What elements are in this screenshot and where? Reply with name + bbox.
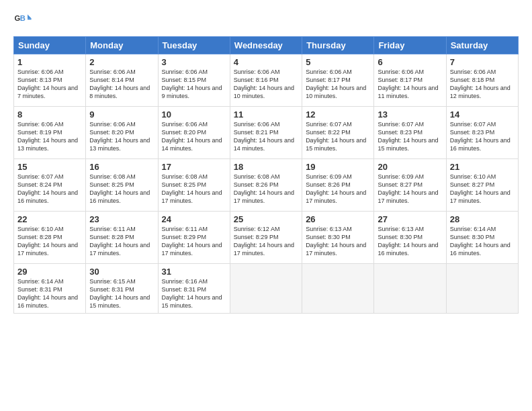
svg-text:G: G bbox=[14, 14, 20, 22]
table-row: 29 Sunrise: 6:14 AMSunset: 8:31 PMDaylig… bbox=[14, 264, 86, 314]
table-row: 26 Sunrise: 6:13 AMSunset: 8:30 PMDaylig… bbox=[302, 212, 374, 264]
week-row-2: 8 Sunrise: 6:06 AMSunset: 8:19 PMDayligh… bbox=[14, 107, 519, 159]
page: G B Sunday Monday Tuesday Wednesday Thur… bbox=[0, 0, 532, 411]
table-row: 2 Sunrise: 6:06 AMSunset: 8:14 PMDayligh… bbox=[86, 54, 158, 107]
table-row: 28 Sunrise: 6:14 AMSunset: 8:30 PMDaylig… bbox=[446, 212, 518, 264]
table-row: 1 Sunrise: 6:06 AMSunset: 8:13 PMDayligh… bbox=[14, 54, 86, 107]
table-row: 23 Sunrise: 6:11 AMSunset: 8:28 PMDaylig… bbox=[86, 212, 158, 264]
table-row: 30 Sunrise: 6:15 AMSunset: 8:31 PMDaylig… bbox=[86, 264, 158, 314]
week-row-1: 1 Sunrise: 6:06 AMSunset: 8:13 PMDayligh… bbox=[14, 54, 519, 107]
table-row: 11 Sunrise: 6:06 AMSunset: 8:21 PMDaylig… bbox=[230, 107, 302, 159]
table-row: 14 Sunrise: 6:07 AMSunset: 8:23 PMDaylig… bbox=[446, 107, 518, 159]
empty-cell bbox=[302, 264, 374, 314]
header-tuesday: Tuesday bbox=[158, 37, 230, 54]
empty-cell bbox=[374, 264, 446, 314]
table-row: 17 Sunrise: 6:08 AMSunset: 8:25 PMDaylig… bbox=[158, 159, 230, 212]
table-row: 20 Sunrise: 6:09 AMSunset: 8:27 PMDaylig… bbox=[374, 159, 446, 212]
week-row-4: 22 Sunrise: 6:10 AMSunset: 8:28 PMDaylig… bbox=[14, 212, 519, 264]
week-row-3: 15 Sunrise: 6:07 AMSunset: 8:24 PMDaylig… bbox=[14, 159, 519, 212]
table-row: 4 Sunrise: 6:06 AMSunset: 8:16 PMDayligh… bbox=[230, 54, 302, 107]
logo: G B bbox=[13, 11, 35, 30]
table-row: 7 Sunrise: 6:06 AMSunset: 8:18 PMDayligh… bbox=[446, 54, 518, 107]
header-monday: Monday bbox=[86, 37, 158, 54]
weekday-header-row: Sunday Monday Tuesday Wednesday Thursday… bbox=[14, 37, 519, 54]
table-row: 31 Sunrise: 6:16 AMSunset: 8:31 PMDaylig… bbox=[158, 264, 230, 314]
table-row: 16 Sunrise: 6:08 AMSunset: 8:25 PMDaylig… bbox=[86, 159, 158, 212]
table-row: 8 Sunrise: 6:06 AMSunset: 8:19 PMDayligh… bbox=[14, 107, 86, 159]
table-row: 5 Sunrise: 6:06 AMSunset: 8:17 PMDayligh… bbox=[302, 54, 374, 107]
header-friday: Friday bbox=[374, 37, 446, 54]
table-row: 10 Sunrise: 6:06 AMSunset: 8:20 PMDaylig… bbox=[158, 107, 230, 159]
header: G B bbox=[13, 11, 519, 30]
table-row: 27 Sunrise: 6:13 AMSunset: 8:30 PMDaylig… bbox=[374, 212, 446, 264]
table-row: 18 Sunrise: 6:08 AMSunset: 8:26 PMDaylig… bbox=[230, 159, 302, 212]
header-wednesday: Wednesday bbox=[230, 37, 302, 54]
table-row: 21 Sunrise: 6:10 AMSunset: 8:27 PMDaylig… bbox=[446, 159, 518, 212]
header-thursday: Thursday bbox=[302, 37, 374, 54]
table-row: 15 Sunrise: 6:07 AMSunset: 8:24 PMDaylig… bbox=[14, 159, 86, 212]
table-row: 19 Sunrise: 6:09 AMSunset: 8:26 PMDaylig… bbox=[302, 159, 374, 212]
svg-text:B: B bbox=[20, 14, 26, 22]
table-row: 9 Sunrise: 6:06 AMSunset: 8:20 PMDayligh… bbox=[86, 107, 158, 159]
table-row: 22 Sunrise: 6:10 AMSunset: 8:28 PMDaylig… bbox=[14, 212, 86, 264]
svg-marker-2 bbox=[28, 15, 32, 19]
table-row: 12 Sunrise: 6:07 AMSunset: 8:22 PMDaylig… bbox=[302, 107, 374, 159]
empty-cell bbox=[230, 264, 302, 314]
empty-cell bbox=[446, 264, 518, 314]
calendar: Sunday Monday Tuesday Wednesday Thursday… bbox=[13, 36, 519, 314]
header-sunday: Sunday bbox=[14, 37, 86, 54]
week-row-5: 29 Sunrise: 6:14 AMSunset: 8:31 PMDaylig… bbox=[14, 264, 519, 314]
table-row: 24 Sunrise: 6:11 AMSunset: 8:29 PMDaylig… bbox=[158, 212, 230, 264]
table-row: 3 Sunrise: 6:06 AMSunset: 8:15 PMDayligh… bbox=[158, 54, 230, 107]
svg-rect-3 bbox=[28, 18, 32, 19]
table-row: 6 Sunrise: 6:06 AMSunset: 8:17 PMDayligh… bbox=[374, 54, 446, 107]
table-row: 25 Sunrise: 6:12 AMSunset: 8:29 PMDaylig… bbox=[230, 212, 302, 264]
table-row: 13 Sunrise: 6:07 AMSunset: 8:23 PMDaylig… bbox=[374, 107, 446, 159]
logo-icon: G B bbox=[13, 11, 32, 30]
header-saturday: Saturday bbox=[446, 37, 518, 54]
